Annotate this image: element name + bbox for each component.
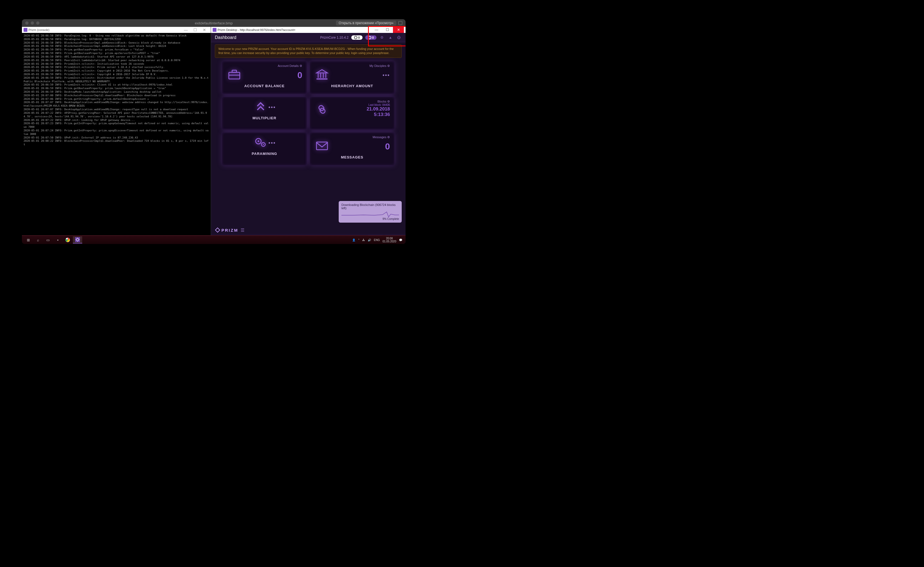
card-account-balance[interactable]: Account Details ⚙ 0 ACCOUNT BALANCE (222, 61, 307, 94)
dots: ••• (330, 72, 390, 78)
task-view-icon[interactable]: ▭ (43, 236, 52, 244)
app-icon (24, 28, 27, 32)
pill-incoming[interactable]: 0 (351, 35, 363, 40)
pill-outgoing[interactable]: 0 (365, 35, 376, 40)
block-date: 21.09.2018 (330, 106, 390, 112)
chevrons-up-icon (253, 101, 268, 113)
brand-row: PRIZM ☰ (211, 226, 405, 234)
tray-chevron-icon[interactable]: ˄ (358, 239, 360, 242)
people-icon[interactable]: 👤 (352, 239, 356, 242)
card-label: ACCOUNT BALANCE (226, 83, 302, 88)
card-label: HIERARCHY AMOUNT (314, 83, 390, 88)
lang-indicator[interactable]: ENG (374, 239, 380, 242)
card-label: MESSAGES (314, 154, 390, 159)
dl-percent: 9% Complete (341, 217, 399, 220)
svg-point-10 (258, 140, 259, 142)
power-icon[interactable]: ⏻ (396, 35, 402, 39)
chrome-icon[interactable] (63, 236, 72, 244)
card-hierarchy[interactable]: My Disciples ⚙ ••• HIERARCHY AMOUNT (310, 61, 394, 94)
start-button[interactable]: ⊞ (24, 236, 33, 244)
system-tray[interactable]: 👤 ˄ 🖧 🔊 ENG 20:08 01.05.2020 💬 (352, 237, 404, 243)
clock[interactable]: 20:08 01.05.2020 (382, 237, 396, 243)
app-icon (213, 28, 216, 32)
welcome-notice: Welcome to your new PRIZM account. Your … (215, 44, 402, 58)
mac-window: exitdefaultinterface.bmp Открыть в прило… (22, 19, 405, 244)
mac-titlebar: exitdefaultinterface.bmp Открыть в прило… (22, 19, 405, 27)
minimize-button[interactable]: — (371, 27, 382, 33)
gear-icon[interactable]: ⚙ (379, 35, 385, 39)
mac-min[interactable] (31, 21, 34, 25)
card-paramining[interactable]: ••• PARAMINING (222, 132, 307, 165)
notifications-icon[interactable]: 💬 (399, 239, 402, 242)
card-head[interactable]: My Disciples ⚙ (314, 64, 390, 68)
chain-icon (314, 103, 330, 117)
app-header: Dashboard PrizmCore 1.10.4.2 0 0 ⚙ ▲ ⏻ (211, 33, 405, 42)
card-label: PARAMINING (226, 150, 302, 156)
search-icon[interactable]: ⌕ (33, 236, 43, 244)
envelope-icon (314, 141, 330, 152)
card-messages[interactable]: Messages ⚙ 0 MESSAGES (310, 132, 394, 165)
close-button[interactable]: ✕ (393, 27, 404, 33)
svg-rect-13 (316, 142, 327, 150)
balance-value: 0 (242, 70, 302, 80)
mac-close[interactable] (25, 21, 28, 25)
share-icon[interactable] (398, 21, 402, 25)
gears-icon (253, 136, 268, 149)
sparkline (341, 211, 399, 217)
dots: ••• (268, 104, 276, 110)
card-head[interactable]: Account Details ⚙ (226, 64, 302, 68)
svg-rect-1 (232, 70, 237, 72)
svg-point-12 (263, 144, 264, 145)
dots: ••• (268, 140, 276, 146)
console-log[interactable]: 2020-05-01 20:06:58 INFO: ParaEngine.log… (22, 33, 211, 244)
page-title: Dashboard (215, 35, 236, 40)
volume-icon[interactable]: 🔊 (368, 239, 371, 242)
briefcase-icon (226, 70, 242, 81)
last-block: Last block: 84406 (330, 103, 390, 106)
mac-max[interactable] (36, 21, 39, 25)
open-in-preview-button[interactable]: Открыть в приложении «Просмотр» (336, 21, 396, 26)
network-icon[interactable]: ▲ (387, 35, 393, 39)
svg-rect-0 (229, 72, 240, 79)
prizm-taskbar-icon[interactable] (73, 236, 82, 244)
console-title: Prizm (console) (28, 28, 50, 32)
mac-title: exitdefaultinterface.bmp (195, 21, 232, 25)
network-tray-icon[interactable]: 🖧 (362, 239, 365, 242)
card-label: MULTIPLIER (226, 115, 302, 120)
dashboard-cards: Account Details ⚙ 0 ACCOUNT BALANCE My D… (211, 60, 405, 165)
dl-title: Downloading Blockchain (906724 blocks le… (341, 203, 399, 210)
prizm-logo[interactable]: PRIZM (215, 227, 238, 233)
version-label: PrizmCore 1.10.4.2 (320, 36, 348, 39)
console-titlebar[interactable]: Prizm (console) — ☐ ✕ (22, 27, 211, 33)
cmd-icon[interactable]: ▪ (53, 236, 63, 244)
windows-taskbar: ⊞ ⌕ ▭ ▪ 👤 ˄ 🖧 🔊 ENG 20:08 01.05.2020 💬 (22, 235, 405, 244)
card-head[interactable]: Blocks ⚙ (314, 100, 390, 103)
minimize-button[interactable]: — (181, 28, 190, 32)
menu-icon[interactable]: ☰ (241, 227, 244, 233)
prizm-window: Prizm Desktop - http://localhost:9976/in… (211, 27, 405, 244)
messages-value: 0 (330, 141, 390, 152)
prizm-titlebar[interactable]: Prizm Desktop - http://localhost:9976/in… (211, 27, 405, 33)
svg-marker-14 (215, 228, 220, 232)
block-time: 5:13:36 (330, 112, 390, 117)
maximize-button[interactable]: ☐ (382, 27, 393, 33)
close-button[interactable]: ✕ (200, 28, 209, 32)
card-head[interactable]: Messages ⚙ (314, 135, 390, 139)
maximize-button[interactable]: ☐ (190, 28, 200, 32)
card-multiplier[interactable]: ••• MULTIPLIER (222, 97, 307, 130)
svg-marker-3 (316, 70, 327, 73)
bank-icon (314, 69, 330, 81)
prizm-title-text: Prizm Desktop - http://localhost:9976/in… (218, 28, 296, 32)
download-toast: Downloading Blockchain (906724 blocks le… (339, 201, 402, 223)
console-window: Prizm (console) — ☐ ✕ 2020-05-01 20:06:5… (22, 27, 211, 244)
card-blocks[interactable]: Blocks ⚙ Last block: 84406 21.09.2018 5:… (310, 97, 394, 130)
